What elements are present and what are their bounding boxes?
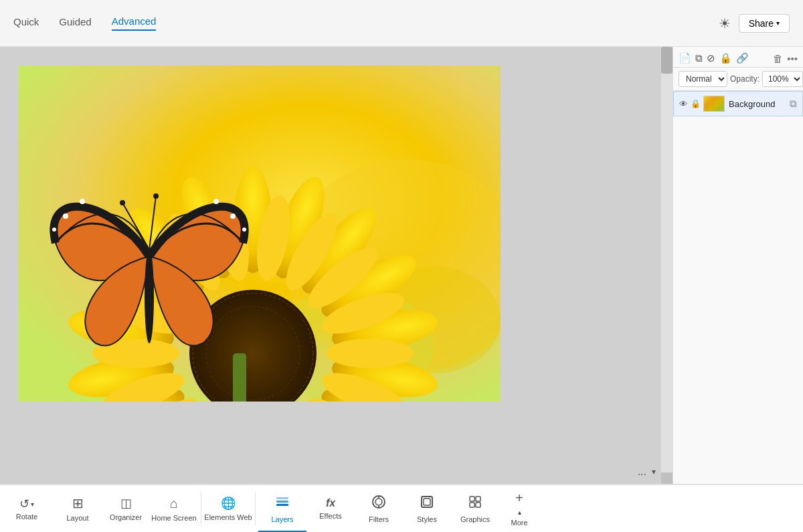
layers-panel: 📄 ⧉ ⊘ 🔒 🔗 🗑 ••• Normal Opacity: 100% 👁 🔒 (673, 47, 803, 484)
styles-label: Styles (417, 515, 437, 523)
more-item[interactable]: + ▴ More (499, 485, 539, 532)
header-right: ☀ Share ▾ (719, 14, 790, 33)
svg-point-50 (242, 228, 246, 232)
tab-quick[interactable]: Quick (13, 16, 39, 30)
lock-icon[interactable]: 🔒 (719, 52, 732, 64)
delete-layer-icon[interactable]: 🗑 (773, 53, 783, 64)
canvas-area: ... ▾ (0, 47, 673, 484)
main-area: ... ▾ 📄 ⧉ ⊘ 🔒 🔗 🗑 ••• Normal Opacity: (0, 47, 803, 484)
elements-web-icon: 🌐 (221, 496, 236, 511)
svg-point-47 (52, 228, 56, 232)
duplicate-layer-icon[interactable]: ⧉ (695, 52, 703, 64)
toolbar-left-section: ↺ ▾ Rotate ⊞ Layout ◫ Organizer ⌂ Home S… (0, 485, 258, 532)
canvas-expand-button[interactable]: ▾ (652, 467, 656, 476)
svg-rect-73 (476, 503, 480, 507)
vertical-scrollbar[interactable] (661, 47, 673, 472)
share-button[interactable]: Share ▾ (739, 14, 790, 33)
more-chevron-icon: ▴ (518, 509, 521, 516)
canvas-image (19, 66, 501, 402)
layers-label: Layers (271, 515, 293, 523)
rotate-item[interactable]: ↺ ▾ Rotate (0, 485, 54, 532)
svg-rect-69 (424, 499, 430, 505)
svg-point-55 (153, 193, 159, 199)
styles-icon (420, 495, 434, 513)
cancel-icon[interactable]: ⊘ (707, 52, 715, 64)
opacity-label: Opacity: (730, 74, 760, 84)
layout-item[interactable]: ⊞ Layout (54, 485, 102, 532)
layer-thumbnail (703, 96, 725, 112)
effects-icon: fx (326, 497, 335, 509)
organizer-icon: ◫ (120, 496, 132, 511)
layer-lock-icon[interactable]: 🔒 (691, 99, 701, 108)
svg-point-45 (80, 199, 85, 204)
effects-item[interactable]: fx Effects (306, 485, 355, 532)
styles-item[interactable]: Styles (403, 485, 451, 532)
blend-mode-select[interactable]: Normal (679, 71, 727, 87)
filters-icon (371, 495, 386, 513)
rotate-chevron-icon: ▾ (31, 501, 34, 508)
scroll-corner (661, 472, 673, 484)
panel-mode-row: Normal Opacity: 100% (673, 68, 803, 91)
svg-rect-44 (233, 353, 246, 402)
canvas-bottom-bar: ... ▾ (0, 460, 661, 484)
organizer-label: Organizer (110, 513, 142, 521)
layer-visibility-icon[interactable]: 👁 (679, 99, 688, 109)
share-chevron-icon: ▾ (776, 19, 780, 27)
panel-toolbar: 📄 ⧉ ⊘ 🔒 🔗 🗑 ••• (673, 47, 803, 68)
home-screen-item[interactable]: ⌂ Home Screen (150, 485, 198, 532)
filters-item[interactable]: Filters (355, 485, 403, 532)
layout-label: Layout (66, 514, 88, 522)
tab-guided[interactable]: Guided (59, 16, 91, 30)
svg-point-54 (120, 200, 125, 205)
canvas-svg (19, 66, 501, 402)
theme-icon[interactable]: ☀ (719, 15, 731, 31)
svg-point-26 (327, 339, 414, 368)
toolbar-divider-2 (255, 492, 256, 525)
graphics-icon (468, 495, 482, 513)
header: Quick Guided Advanced ☀ Share ▾ (0, 0, 803, 47)
svg-rect-62 (276, 501, 288, 503)
svg-rect-72 (470, 503, 474, 507)
panel-more-icon[interactable]: ••• (787, 53, 798, 64)
filters-label: Filters (369, 515, 389, 523)
header-tabs: Quick Guided Advanced (13, 15, 156, 31)
graphics-item[interactable]: Graphics (451, 485, 499, 532)
tab-advanced[interactable]: Advanced (112, 15, 157, 31)
opacity-select[interactable]: 100% (762, 71, 803, 87)
effects-label: Effects (319, 512, 341, 520)
home-label: Home Screen (151, 514, 196, 522)
layers-item[interactable]: Layers (258, 485, 306, 532)
svg-point-48 (213, 199, 219, 204)
svg-rect-61 (276, 504, 288, 506)
elements-web-label: Elements Web (204, 513, 252, 521)
graphics-label: Graphics (460, 515, 490, 523)
toolbar-divider-1 (201, 492, 201, 525)
rotate-icon: ↺ (19, 497, 29, 511)
scrollbar-thumb[interactable] (661, 47, 673, 74)
layer-name: Background (729, 99, 790, 109)
svg-point-65 (375, 499, 382, 505)
bottom-toolbar: ↺ ▾ Rotate ⊞ Layout ◫ Organizer ⌂ Home S… (0, 484, 803, 532)
svg-point-49 (230, 213, 236, 219)
more-button: + ▴ (515, 491, 523, 516)
layer-options-icon[interactable]: ⧉ (790, 98, 797, 110)
svg-point-51 (145, 250, 154, 343)
organizer-item[interactable]: ◫ Organizer (102, 485, 150, 532)
svg-rect-70 (470, 497, 474, 501)
new-layer-icon[interactable]: 📄 (679, 52, 691, 64)
elements-web-item[interactable]: 🌐 Elements Web (204, 485, 252, 532)
toolbar-main-section: Layers fx Effects Filters (258, 485, 539, 532)
layer-row[interactable]: 👁 🔒 Background ⧉ (673, 91, 803, 116)
link-icon[interactable]: 🔗 (736, 52, 749, 64)
svg-rect-71 (476, 497, 480, 501)
layers-icon (275, 495, 290, 513)
layout-icon: ⊞ (72, 495, 84, 511)
home-icon: ⌂ (170, 496, 178, 511)
more-label: More (511, 519, 527, 527)
rotate-label: Rotate (16, 513, 37, 521)
share-label: Share (749, 18, 774, 29)
canvas-ellipsis-button[interactable]: ... (638, 466, 646, 478)
svg-rect-63 (276, 497, 288, 499)
more-icon: + (515, 491, 523, 506)
svg-point-46 (63, 213, 68, 219)
